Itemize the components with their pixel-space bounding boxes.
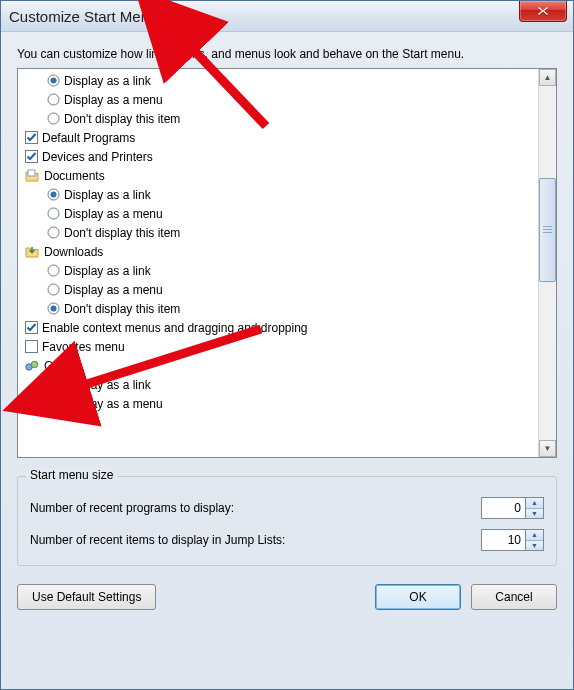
dialog-window: Customize Start Menu You can customize h… <box>0 0 574 690</box>
list-item[interactable]: Display as a link <box>18 261 538 280</box>
recent-programs-spinner[interactable]: ▲ ▼ <box>481 497 544 519</box>
list-item[interactable]: Don't display this item <box>18 223 538 242</box>
recent-items-input[interactable] <box>481 529 525 551</box>
list-item[interactable]: Enable context menus and dragging and dr… <box>18 318 538 337</box>
svg-rect-16 <box>25 341 37 353</box>
list-item[interactable]: Display as a link <box>18 185 538 204</box>
scroll-track[interactable] <box>539 86 556 440</box>
spin-down-button[interactable]: ▼ <box>526 541 543 551</box>
list-item[interactable]: Devices and Printers <box>18 147 538 166</box>
scrollbar[interactable]: ▲ ▼ <box>538 69 556 457</box>
option-label: Display as a link <box>64 378 151 392</box>
svg-point-20 <box>48 398 59 409</box>
radio-icon[interactable] <box>46 93 60 107</box>
checkbox-checked-icon[interactable] <box>24 321 38 335</box>
option-label: Display as a link <box>64 188 151 202</box>
radio-selected-icon[interactable] <box>46 302 60 316</box>
svg-point-8 <box>50 192 56 198</box>
svg-point-9 <box>48 208 59 219</box>
window-title: Customize Start Menu <box>9 8 157 25</box>
ok-button[interactable]: OK <box>375 584 461 610</box>
groupbox-title: Start menu size <box>26 468 117 482</box>
list-item[interactable]: Display as a link <box>18 375 538 394</box>
options-list[interactable]: Display as a link Display as a menu Don'… <box>18 69 538 457</box>
spin-down-button[interactable]: ▼ <box>526 509 543 519</box>
option-label: Enable context menus and dragging and dr… <box>42 321 308 335</box>
option-label: Default Programs <box>42 131 135 145</box>
option-label: Display as a menu <box>64 397 163 411</box>
radio-icon[interactable] <box>46 283 60 297</box>
titlebar[interactable]: Customize Start Menu <box>1 1 573 32</box>
checkbox-checked-icon[interactable] <box>24 150 38 164</box>
scroll-up-button[interactable]: ▲ <box>539 69 556 86</box>
option-label: Display as a link <box>64 74 151 88</box>
recent-programs-row: Number of recent programs to display: ▲ … <box>30 497 544 519</box>
games-folder-icon <box>24 358 40 374</box>
recent-programs-label: Number of recent programs to display: <box>30 501 234 515</box>
scroll-down-button[interactable]: ▼ <box>539 440 556 457</box>
svg-point-1 <box>50 78 56 84</box>
radio-icon[interactable] <box>46 397 60 411</box>
list-item[interactable]: Favorites menu <box>18 337 538 356</box>
group-label: Documents <box>44 169 105 183</box>
list-item[interactable]: Display as a menu <box>18 90 538 109</box>
list-group-header[interactable]: Games <box>18 356 538 375</box>
option-label: Devices and Printers <box>42 150 153 164</box>
recent-programs-input[interactable] <box>481 497 525 519</box>
list-group-header[interactable]: Downloads <box>18 242 538 261</box>
list-item[interactable]: Don't display this item <box>18 109 538 128</box>
list-item[interactable]: Display as a menu <box>18 204 538 223</box>
svg-point-11 <box>48 265 59 276</box>
radio-icon[interactable] <box>46 226 60 240</box>
dialog-buttons: Use Default Settings OK Cancel <box>17 584 557 610</box>
option-label: Display as a menu <box>64 93 163 107</box>
documents-folder-icon <box>24 168 40 184</box>
svg-point-14 <box>50 306 56 312</box>
svg-point-12 <box>48 284 59 295</box>
recent-items-label: Number of recent items to display in Jum… <box>30 533 285 547</box>
list-item[interactable]: Don't display this item <box>18 299 538 318</box>
radio-icon[interactable] <box>46 112 60 126</box>
option-label: Display as a link <box>64 264 151 278</box>
list-item[interactable]: Display as a menu <box>18 280 538 299</box>
scroll-thumb[interactable] <box>539 178 556 282</box>
svg-point-19 <box>48 379 59 390</box>
close-button[interactable] <box>519 1 567 22</box>
option-label: Don't display this item <box>64 226 180 240</box>
svg-point-10 <box>48 227 59 238</box>
radio-selected-icon[interactable] <box>46 74 60 88</box>
checkbox-checked-icon[interactable] <box>24 131 38 145</box>
group-label: Games <box>44 359 83 373</box>
recent-items-row: Number of recent items to display in Jum… <box>30 529 544 551</box>
svg-point-18 <box>31 361 37 367</box>
downloads-folder-icon <box>24 244 40 260</box>
spin-up-button[interactable]: ▲ <box>526 498 543 509</box>
option-label: Don't display this item <box>64 302 180 316</box>
intro-text: You can customize how links, icons, and … <box>17 46 557 62</box>
use-default-settings-button[interactable]: Use Default Settings <box>17 584 156 610</box>
option-label: Don't display this item <box>64 112 180 126</box>
list-item[interactable]: Default Programs <box>18 128 538 147</box>
spin-up-button[interactable]: ▲ <box>526 530 543 541</box>
start-menu-size-group: Start menu size Number of recent program… <box>17 476 557 566</box>
cancel-button[interactable]: Cancel <box>471 584 557 610</box>
dialog-content: You can customize how links, icons, and … <box>1 32 573 624</box>
radio-icon[interactable] <box>46 378 60 392</box>
radio-icon[interactable] <box>46 264 60 278</box>
list-item[interactable]: Display as a link <box>18 71 538 90</box>
options-listbox: Display as a link Display as a menu Don'… <box>17 68 557 458</box>
svg-rect-6 <box>28 170 35 176</box>
checkbox-icon[interactable] <box>24 340 38 354</box>
radio-selected-icon[interactable] <box>46 188 60 202</box>
svg-point-3 <box>48 113 59 124</box>
option-label: Display as a menu <box>64 207 163 221</box>
option-label: Display as a menu <box>64 283 163 297</box>
list-group-header[interactable]: Documents <box>18 166 538 185</box>
svg-point-2 <box>48 94 59 105</box>
radio-icon[interactable] <box>46 207 60 221</box>
group-label: Downloads <box>44 245 103 259</box>
recent-items-spinner[interactable]: ▲ ▼ <box>481 529 544 551</box>
list-item[interactable]: Display as a menu <box>18 394 538 413</box>
option-label: Favorites menu <box>42 340 125 354</box>
close-icon <box>537 6 549 16</box>
